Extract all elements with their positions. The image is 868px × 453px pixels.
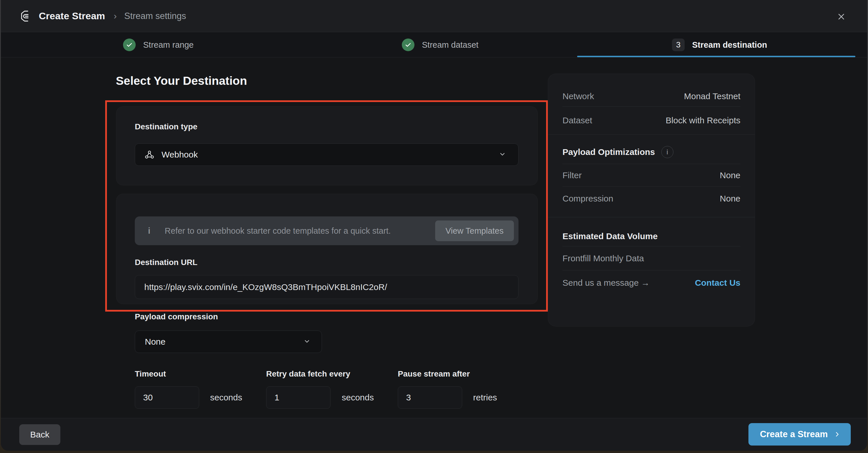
- stream-summary-card: Network Monad Testnet Dataset Block with…: [548, 73, 755, 327]
- section-title: Payload Optimizations: [562, 147, 655, 157]
- retry-field: [266, 386, 331, 409]
- destination-url-label: Destination URL: [135, 258, 197, 267]
- chevron-down-icon: [303, 337, 311, 346]
- tab-label: Stream dataset: [422, 40, 478, 50]
- page-title: Create Stream: [39, 10, 105, 22]
- webhook-icon: [144, 149, 155, 160]
- estimated-volume-header: Estimated Data Volume: [562, 229, 740, 244]
- section-heading: Select Your Destination: [116, 74, 247, 88]
- tab-stream-destination[interactable]: 3 Stream destination: [672, 32, 767, 58]
- row-label: Filter: [562, 171, 582, 180]
- create-stream-modal: Create Stream › Stream settings Stream r…: [1, 0, 867, 451]
- quicknode-logo-icon: [19, 9, 32, 23]
- breadcrumb: Stream settings: [124, 11, 186, 21]
- modal-footer: Back Create a Stream: [1, 418, 867, 451]
- payload-optimizations-header: Payload Optimizations i: [562, 145, 740, 159]
- timeout-unit: seconds: [210, 386, 242, 409]
- active-tab-underline: [577, 56, 855, 57]
- destination-url-field: [135, 275, 519, 299]
- summary-row-dataset: Dataset Block with Receipts: [562, 107, 740, 134]
- contact-us-link[interactable]: Contact Us: [695, 278, 740, 288]
- webhook-config-card: i Refer to our webhook starter code temp…: [116, 194, 538, 304]
- row-label: Network: [562, 91, 594, 101]
- row-label: Compression: [562, 194, 613, 204]
- timeout-label: Timeout: [135, 369, 166, 379]
- payload-compression-select[interactable]: None: [135, 331, 322, 353]
- step-number-badge: 3: [672, 38, 685, 51]
- row-value: None: [720, 171, 740, 180]
- summary-row-compression: Compression None: [562, 186, 740, 211]
- step-bar: Stream range Stream dataset 3 Stream des…: [1, 32, 867, 58]
- section-divider: [548, 217, 755, 217]
- tab-label: Stream destination: [692, 40, 767, 50]
- pause-input[interactable]: [406, 393, 454, 402]
- chevron-right-icon: [834, 430, 841, 438]
- summary-row-network: Network Monad Testnet: [562, 86, 740, 107]
- tab-label: Stream range: [143, 40, 194, 50]
- retry-input[interactable]: [275, 393, 322, 402]
- create-stream-label: Create a Stream: [760, 429, 828, 440]
- payload-compression-label: Payload compression: [135, 312, 218, 321]
- section-title: Estimated Data Volume: [562, 231, 658, 241]
- destination-url-input[interactable]: [144, 282, 509, 292]
- timeout-input[interactable]: [143, 393, 191, 402]
- banner-text: Refer to our webhook starter code templa…: [165, 226, 391, 236]
- tab-stream-range[interactable]: Stream range: [123, 32, 194, 58]
- info-icon[interactable]: i: [661, 146, 674, 158]
- back-button[interactable]: Back: [19, 424, 60, 445]
- tab-stream-dataset[interactable]: Stream dataset: [402, 32, 478, 58]
- info-icon: i: [148, 226, 150, 236]
- templates-info-banner: i Refer to our webhook starter code temp…: [135, 216, 519, 245]
- check-icon: [123, 38, 136, 51]
- destination-type-select[interactable]: Webhook: [135, 144, 519, 166]
- summary-row-contact: Send us a message → Contact Us: [562, 270, 740, 295]
- close-icon: [836, 12, 846, 22]
- create-stream-button[interactable]: Create a Stream: [748, 423, 851, 446]
- timeout-field: [135, 386, 199, 409]
- section-divider: [548, 134, 755, 134]
- pause-label: Pause stream after: [398, 369, 470, 379]
- breadcrumb-chevron-icon: ›: [114, 11, 117, 21]
- retry-label: Retry data fetch every: [266, 369, 350, 379]
- contact-prompt: Send us a message →: [562, 278, 650, 288]
- row-value: Monad Testnet: [684, 91, 740, 101]
- row-label: Dataset: [562, 116, 592, 125]
- payload-compression-value: None: [145, 337, 165, 346]
- close-button[interactable]: [835, 10, 847, 23]
- pause-field: [398, 386, 462, 409]
- destination-type-card: Destination type Webhook: [116, 107, 538, 185]
- pause-unit: retries: [473, 386, 497, 409]
- summary-row-frontfill: Frontfill Monthly Data: [562, 246, 740, 270]
- modal-header: Create Stream › Stream settings: [1, 0, 867, 32]
- destination-type-label: Destination type: [135, 122, 197, 131]
- summary-row-filter: Filter None: [562, 164, 740, 186]
- row-value: None: [720, 194, 740, 204]
- row-label: Frontfill Monthly Data: [562, 253, 644, 263]
- view-templates-button[interactable]: View Templates: [435, 220, 514, 241]
- retry-unit: seconds: [342, 386, 374, 409]
- chevron-down-icon: [498, 150, 507, 159]
- check-icon: [402, 38, 414, 51]
- row-value: Block with Receipts: [666, 116, 740, 125]
- destination-type-value: Webhook: [161, 150, 198, 159]
